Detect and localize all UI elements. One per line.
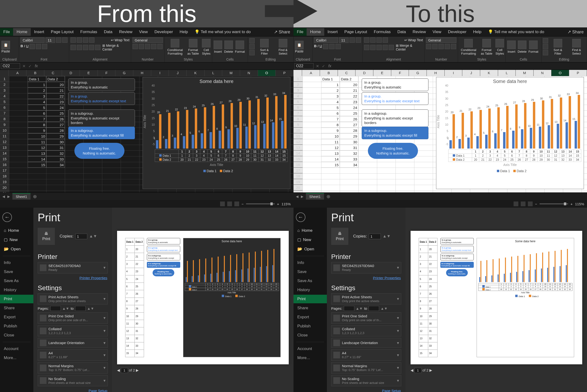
cell[interactable]: 8 xyxy=(28,122,46,128)
data-header[interactable]: Data 1 xyxy=(28,76,46,82)
nav-info[interactable]: Info xyxy=(0,258,34,267)
cell[interactable]: 10 xyxy=(28,133,46,139)
clear-icon[interactable] xyxy=(250,50,255,55)
row-header[interactable]: 14 xyxy=(0,150,9,156)
row-header[interactable]: 8 xyxy=(294,116,302,122)
zoom-slider[interactable] xyxy=(246,204,275,204)
data-header[interactable]: Data 1 xyxy=(321,76,340,82)
cell[interactable]: 9 xyxy=(321,128,340,133)
col-header[interactable]: G xyxy=(116,70,133,76)
page-layout-view-icon[interactable] xyxy=(227,202,232,206)
textbox-shape[interactable]: In a subgroup.Everything is automatic ex… xyxy=(362,126,428,139)
tab-data[interactable]: Data xyxy=(394,28,409,36)
cell[interactable]: 32 xyxy=(340,150,358,156)
cell[interactable]: 11 xyxy=(28,139,46,145)
cell[interactable]: 20 xyxy=(46,82,65,88)
cell[interactable]: 24 xyxy=(340,105,358,110)
row-header[interactable]: 15 xyxy=(0,156,9,162)
cell[interactable]: 31 xyxy=(340,145,358,150)
number-format-dropdown[interactable]: General xyxy=(132,38,163,43)
cell[interactable]: 26 xyxy=(46,116,65,122)
setting-paper[interactable]: A48.27" x 11.69"▾ xyxy=(331,349,401,361)
nav-more[interactable]: More... xyxy=(294,354,327,362)
print-button[interactable]: 🖶Print xyxy=(38,228,55,245)
tab-help[interactable]: Help xyxy=(470,28,485,36)
tab-formulas[interactable]: Formulas xyxy=(370,28,394,36)
col-header[interactable]: M xyxy=(516,70,534,76)
back-button[interactable]: ← xyxy=(2,212,12,222)
number-format-dropdown[interactable]: General xyxy=(426,38,456,43)
wrap-text-button[interactable]: ↩ Wrap Text xyxy=(111,38,130,42)
nav-more[interactable]: More... xyxy=(0,354,34,362)
underline-button[interactable]: U xyxy=(26,44,28,49)
row-header[interactable]: 14 xyxy=(294,150,302,156)
tell-me[interactable]: 💡 Tell me what you want to do xyxy=(485,28,548,36)
align-middle-icon[interactable] xyxy=(77,38,82,43)
cell[interactable]: 15 xyxy=(321,162,340,168)
bold-button[interactable]: B xyxy=(20,44,23,49)
fx-icon[interactable]: fx xyxy=(326,64,333,68)
cell[interactable]: 27 xyxy=(340,122,358,128)
col-header[interactable]: K xyxy=(480,70,498,76)
normal-view-icon[interactable] xyxy=(220,202,225,206)
nav-open[interactable]: 📂Open xyxy=(0,245,34,254)
row-header[interactable]: 5 xyxy=(294,99,302,105)
tab-review[interactable]: Review xyxy=(409,28,430,36)
col-header[interactable]: I xyxy=(151,70,169,76)
row-header[interactable]: 3 xyxy=(0,88,9,93)
cell[interactable]: 6 xyxy=(28,110,46,116)
row-header[interactable]: 2 xyxy=(0,82,9,88)
autosum-icon[interactable] xyxy=(250,38,255,44)
zoom-level[interactable]: 115% xyxy=(282,202,291,206)
cell[interactable]: 22 xyxy=(340,93,358,99)
tab-view[interactable]: View xyxy=(429,28,445,36)
cell[interactable]: 13 xyxy=(28,150,46,156)
add-sheet-button[interactable]: ⊕ xyxy=(326,194,330,199)
setting-margins[interactable]: Normal MarginsTop: 0.75" Bottom: 0.75" L… xyxy=(331,362,401,374)
tab-page-layout[interactable]: Page Layout xyxy=(48,28,77,36)
zoom-level[interactable]: 115% xyxy=(575,202,584,206)
setting-scaling[interactable]: No ScalingPrint sheets at their actual s… xyxy=(331,375,401,386)
col-header[interactable]: O xyxy=(258,70,276,76)
tab-data[interactable]: Data xyxy=(100,28,116,36)
cell[interactable]: 11 xyxy=(321,139,340,145)
col-header[interactable]: L xyxy=(498,70,516,76)
nav-print[interactable]: Print xyxy=(294,295,327,303)
cell[interactable]: 23 xyxy=(46,99,65,105)
cell[interactable]: 28 xyxy=(46,128,65,133)
page-break-view-icon[interactable] xyxy=(234,202,239,206)
zoom-in-button[interactable]: + xyxy=(277,202,279,206)
col-header[interactable]: B xyxy=(26,70,44,76)
cell[interactable]: 33 xyxy=(46,156,65,162)
cell[interactable]: 9 xyxy=(28,128,46,133)
font-color-icon[interactable] xyxy=(42,44,47,49)
nav-export[interactable]: Export xyxy=(294,313,327,322)
indent-dec-icon[interactable] xyxy=(89,45,94,50)
setting-collated[interactable]: Collated1,2,3 1,2,3 1,2,3▾ xyxy=(38,325,108,337)
row-header[interactable]: 13 xyxy=(0,145,9,150)
name-box[interactable]: O22 xyxy=(294,63,314,69)
paste-icon[interactable]: 📋 xyxy=(2,41,10,49)
textbox-shape[interactable]: In a subgroup.Everything is automatic ex… xyxy=(68,126,135,139)
tab-formulas[interactable]: Formulas xyxy=(77,28,100,36)
prev-page-button[interactable]: ◀ xyxy=(117,368,120,372)
comma-icon[interactable] xyxy=(145,44,150,49)
col-header[interactable]: E xyxy=(80,70,98,76)
font-size-dropdown[interactable]: 11 xyxy=(339,38,348,43)
row-header[interactable]: 10 xyxy=(294,128,302,133)
col-header[interactable]: B xyxy=(320,70,338,76)
nav-home[interactable]: ⌂Home xyxy=(0,226,34,235)
cell[interactable]: 12 xyxy=(321,145,340,150)
oval-shape[interactable]: Floating free.Nothing is automatic. xyxy=(74,143,124,159)
printer-dropdown[interactable]: SEC84251970D9A0Ready▾ xyxy=(38,262,108,274)
cancel-formula-icon[interactable]: ✕ xyxy=(21,64,27,68)
align-center-icon[interactable] xyxy=(77,45,82,50)
nav-home[interactable]: ⌂Home xyxy=(294,226,327,235)
share-button[interactable]: ↗ Share xyxy=(564,28,587,36)
cell[interactable]: 3 xyxy=(28,93,46,99)
embedded-chart[interactable]: Some data hereAxis Title-505101520253035… xyxy=(436,77,584,189)
setting-orientation[interactable]: Landscape Orientation▾ xyxy=(331,338,401,348)
col-header[interactable]: O xyxy=(552,70,569,76)
fill-color-icon[interactable] xyxy=(36,44,41,49)
font-name-dropdown[interactable]: Calibri xyxy=(20,38,44,43)
